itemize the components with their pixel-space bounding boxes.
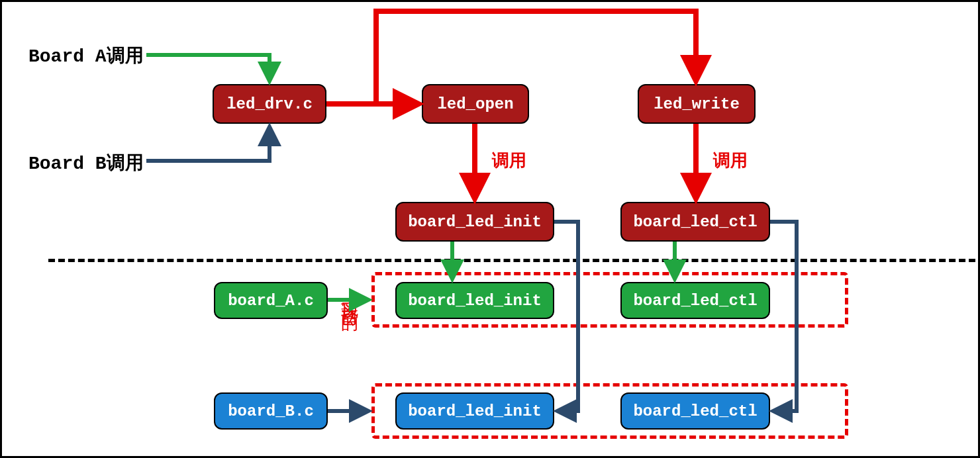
diagram-canvas: Board A调用 Board B调用 调用 调用 实现自己的 led_drv.… (0, 0, 980, 458)
label-implement-own: 实现自己的 (337, 285, 360, 305)
node-board-led-ctl-a: board_led_ctl (620, 282, 770, 319)
label-board-b-call: Board B调用 (28, 150, 144, 175)
node-led-drv: led_drv.c (213, 84, 326, 124)
node-board-b: board_B.c (214, 392, 328, 430)
label-board-a-call: Board A调用 (28, 43, 144, 68)
node-board-led-ctl-b: board_led_ctl (620, 392, 770, 430)
node-board-led-init-top: board_led_init (395, 202, 554, 242)
node-board-led-ctl-top: board_led_ctl (620, 202, 770, 242)
divider-dashed (48, 259, 975, 262)
node-board-led-init-b: board_led_init (395, 392, 554, 430)
label-call-2: 调用 (713, 149, 748, 172)
node-led-open: led_open (422, 84, 529, 124)
node-board-led-init-a: board_led_init (395, 282, 554, 319)
node-board-a: board_A.c (214, 282, 328, 319)
label-call-1: 调用 (492, 149, 526, 172)
node-led-write: led_write (638, 84, 756, 124)
